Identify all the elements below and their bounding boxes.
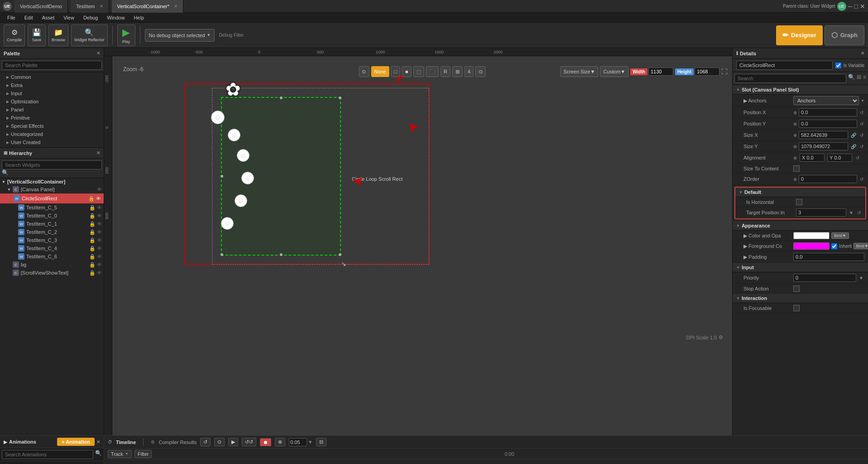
- slot-section-header[interactable]: ▼ Slot (Canvas Panel Slot): [733, 85, 868, 95]
- screen-size-dropdown[interactable]: Screen Size▼: [560, 66, 598, 77]
- animations-search-input[interactable]: [2, 450, 93, 459]
- height-input[interactable]: [695, 68, 719, 76]
- canvas-tool-focus[interactable]: ⊙: [359, 66, 369, 77]
- hierarchy-root[interactable]: ▼ [VerticalScrollContainer]: [0, 178, 104, 185]
- timeline-speed-input[interactable]: [289, 438, 307, 446]
- foreground-color-swatch[interactable]: [793, 242, 830, 250]
- vis-icon-sv[interactable]: 👁: [97, 270, 102, 276]
- hierarchy-testitem-c1[interactable]: W TestItem_C_1 🔒 👁: [0, 220, 104, 228]
- widget-reflector-button[interactable]: 🔍 Widget Reflector: [71, 24, 108, 46]
- zorder-reset[interactable]: ↺: [859, 177, 864, 182]
- canvas-tool-eye[interactable]: ⊙: [475, 66, 486, 77]
- details-collapse[interactable]: ✕: [861, 51, 864, 56]
- save-button[interactable]: 💾 Save: [28, 24, 46, 46]
- color-opa-bind-btn[interactable]: Bind▼: [831, 232, 849, 239]
- vis-icon-c3[interactable]: 👁: [97, 237, 102, 243]
- menu-help[interactable]: Help: [129, 13, 149, 23]
- vis-icon-c5[interactable]: 👁: [97, 205, 102, 211]
- details-search-input[interactable]: [734, 74, 846, 83]
- color-opa-swatch[interactable]: [793, 232, 830, 239]
- menu-edit[interactable]: Edit: [20, 13, 38, 23]
- tab-close-test-item[interactable]: ✕: [100, 4, 103, 9]
- minimize-btn[interactable]: ─: [848, 3, 853, 10]
- timeline-speed-dropdown[interactable]: ▼: [308, 440, 312, 445]
- designer-button[interactable]: ✏ Designer: [776, 25, 823, 45]
- is-focusable-checkbox[interactable]: [793, 305, 800, 311]
- palette-item-user-created[interactable]: ▶ User Created: [0, 138, 104, 146]
- hierarchy-testitem-c0[interactable]: W TestItem_C_0 🔒 👁: [0, 212, 104, 220]
- is-variable-checkbox[interactable]: [835, 63, 841, 68]
- palette-item-uncategorized[interactable]: ▶ Uncategorized: [0, 130, 104, 138]
- lock-icon-c6[interactable]: 🔒: [89, 254, 96, 260]
- is-horizontal-checkbox[interactable]: [796, 199, 802, 205]
- position-x-input[interactable]: [799, 108, 857, 116]
- animations-search-icon[interactable]: 🔍: [95, 450, 102, 459]
- anchors-expand[interactable]: ▶: [743, 98, 747, 103]
- debug-filter-dropdown[interactable]: No debug object selected ▼: [145, 29, 215, 42]
- timeline-loop[interactable]: ↺↺: [242, 438, 256, 446]
- tab-vertical-scroll-demo[interactable]: VerticalScrollDemo: [14, 0, 68, 13]
- priority-dropdown[interactable]: ▼: [858, 276, 864, 280]
- stop-action-checkbox[interactable]: [793, 285, 800, 292]
- hierarchy-circle-scroll-rect[interactable]: W CircleScrollRect 🔒 👁: [0, 193, 104, 203]
- animations-collapse[interactable]: ✕: [96, 440, 100, 445]
- palette-search-input[interactable]: [2, 61, 102, 70]
- tab-close-vertical-scroll[interactable]: ✕: [174, 4, 177, 9]
- details-search-icon[interactable]: 🔍: [848, 74, 855, 83]
- dpi-settings-icon[interactable]: ⚙: [719, 334, 723, 340]
- custom-dropdown[interactable]: Custom▼: [600, 66, 628, 77]
- menu-file[interactable]: File: [3, 13, 20, 23]
- size-x-link[interactable]: 🔗: [850, 133, 857, 138]
- timeline-undo[interactable]: ↺: [200, 438, 211, 446]
- track-label[interactable]: Track ▼: [108, 450, 132, 458]
- canvas-area[interactable]: -1000 -500 0 500 1000 1500 2000 -250 0 2…: [104, 48, 732, 435]
- timeline-record[interactable]: ⏺: [260, 438, 271, 446]
- width-input[interactable]: [648, 68, 673, 76]
- vis-icon-bg[interactable]: 👁: [97, 262, 102, 268]
- graph-button[interactable]: ⬡ Graph: [825, 25, 864, 45]
- input-section-header[interactable]: ▼ Input: [733, 263, 868, 272]
- timeline-view-options[interactable]: ⊙: [214, 438, 225, 446]
- vis-icon-c6[interactable]: 👁: [97, 254, 102, 260]
- foreground-expand[interactable]: ▶: [743, 243, 747, 249]
- menu-window[interactable]: Window: [102, 13, 129, 23]
- hierarchy-search-input[interactable]: [2, 160, 102, 169]
- timeline-key-add[interactable]: ⊕: [275, 438, 285, 446]
- alignment-reset[interactable]: ↺: [855, 155, 860, 160]
- lock-icon-sv[interactable]: 🔒: [89, 270, 96, 276]
- tab-test-item[interactable]: TestItem ✕: [71, 0, 109, 13]
- canvas-tool-fill[interactable]: ■: [402, 66, 412, 77]
- hierarchy-testitem-c2[interactable]: W TestItem_C_2 🔒 👁: [0, 228, 104, 236]
- timeline-play[interactable]: ▶: [228, 438, 238, 446]
- vis-icon-c1[interactable]: 👁: [97, 221, 102, 227]
- size-x-input[interactable]: [799, 131, 848, 139]
- lock-icon-c3[interactable]: 🔒: [89, 237, 96, 243]
- menu-debug[interactable]: Debug: [79, 13, 102, 23]
- canvas-inner[interactable]: Zoom -6 ⊙ None □ ■ ⬚ ⬛ R ⊞ 4 ⊙ Screen Si…: [112, 56, 732, 435]
- alignment-y-input[interactable]: [827, 154, 852, 162]
- size-x-reset[interactable]: ↺: [859, 133, 864, 138]
- add-animation-button[interactable]: + Animation: [57, 438, 95, 446]
- hierarchy-search-icon[interactable]: 🔍: [2, 169, 9, 176]
- expand-canvas-icon[interactable]: ⛶: [721, 68, 728, 75]
- vis-icon-c4[interactable]: 👁: [97, 246, 102, 251]
- inherit-checkbox[interactable]: [831, 243, 837, 249]
- hierarchy-testitem-c4[interactable]: W TestItem_C_4 🔒 👁: [0, 244, 104, 252]
- browse-button[interactable]: 📁 Browse: [48, 24, 68, 46]
- interaction-section-header[interactable]: ▼ Interaction: [733, 294, 868, 303]
- palette-item-primitive[interactable]: ▶ Primitive: [0, 114, 104, 122]
- position-y-reset[interactable]: ↺: [859, 121, 864, 126]
- canvas-tool-rect[interactable]: □: [391, 66, 400, 77]
- canvas-tool-4[interactable]: 4: [465, 66, 474, 77]
- hierarchy-collapse[interactable]: ✕: [96, 150, 100, 155]
- canvas-tool-grid2[interactable]: ⬛: [426, 66, 439, 77]
- lock-icon-bg[interactable]: 🔒: [89, 262, 96, 268]
- filter-label[interactable]: Filter: [134, 450, 152, 458]
- canvas-tool-grid3[interactable]: ⊞: [452, 66, 463, 77]
- lock-icon-c4[interactable]: 🔒: [89, 246, 96, 251]
- appearance-section-header[interactable]: ▼ Appearance: [733, 221, 868, 231]
- size-y-link[interactable]: 🔗: [850, 144, 857, 149]
- compile-button[interactable]: ⚙ Compile: [4, 24, 25, 46]
- alignment-x-input[interactable]: [800, 154, 825, 162]
- hierarchy-scroll-view[interactable]: C [ScrollViewShowText] 🔒 👁: [0, 269, 104, 277]
